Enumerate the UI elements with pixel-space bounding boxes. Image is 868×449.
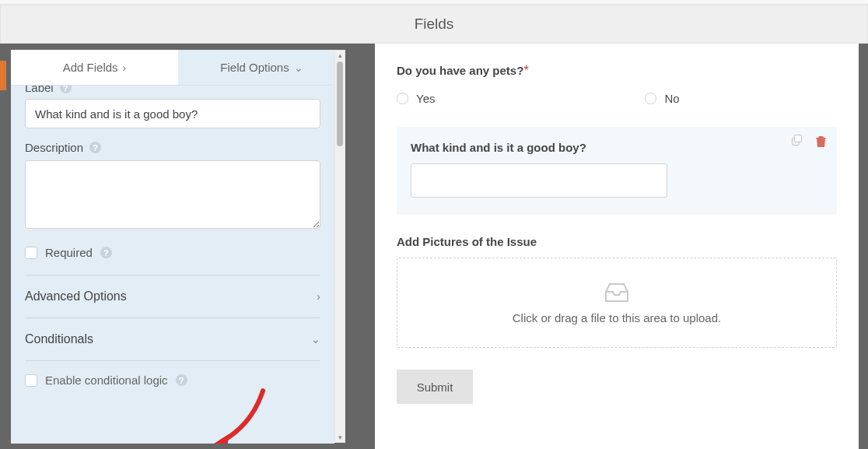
field-options-panel: Label ? Description ? Required ? Advance… [11,86,334,444]
required-row: Required ? [25,246,320,259]
page-title: Fields [415,16,454,33]
main-layout: Add Fields › Field Options ⌄ ▴ ▾ Label ?… [0,44,868,449]
page-header: Fields [0,5,868,44]
radio-option-no[interactable]: No [645,92,679,105]
required-star-icon: * [523,64,528,77]
help-icon[interactable]: ? [176,374,187,386]
description-textarea[interactable] [25,160,320,229]
label-field-caption: Label [25,86,54,94]
radio-icon [645,93,656,104]
tab-field-options-label: Field Options [220,61,289,74]
accordion-advanced-options[interactable]: Advanced Options › [25,275,320,318]
selected-field-input[interactable] [411,163,667,198]
question-label: Do you have any pets? [397,64,523,77]
question-pets: Do you have any pets?* [397,64,837,78]
required-label: Required [45,246,93,259]
enable-conditional-row: Enable conditional logic ? [25,374,320,387]
duplicate-icon[interactable] [792,135,806,149]
svg-marker-0 [212,434,229,444]
sidebar-column: Add Fields › Field Options ⌄ ▴ ▾ Label ?… [0,44,345,449]
selected-field-card[interactable]: What kind and is it a good boy? [397,127,837,215]
form-preview-canvas: Do you have any pets?* Yes No [375,44,859,449]
submit-button[interactable]: Submit [397,370,473,404]
label-input[interactable] [25,99,320,128]
help-icon[interactable]: ? [89,142,101,153]
annotation-arrow-icon [208,386,269,444]
chevron-down-icon: ⌄ [311,333,320,346]
chevron-down-icon: ⌄ [294,61,303,74]
upload-hint-text: Click or drag a file to this area to upl… [513,311,721,324]
tab-field-options[interactable]: Field Options ⌄ [178,50,345,85]
help-icon[interactable]: ? [100,247,112,258]
description-caption: Description [25,141,83,154]
radio-icon [397,93,408,104]
radio-group-pets: Yes No [397,92,837,105]
radio-yes-label: Yes [416,92,435,105]
sidebar-tabs: Add Fields › Field Options ⌄ [11,50,345,86]
radio-option-yes[interactable]: Yes [397,92,435,105]
preview-column: Do you have any pets?* Yes No [345,44,868,449]
chevron-right-icon: › [317,290,320,303]
field-action-icons [792,135,828,149]
radio-no-label: No [664,92,679,105]
scrollbar[interactable]: ▴ ▾ [334,50,345,443]
chevron-right-icon: › [123,61,127,74]
file-upload-dropzone[interactable]: Click or drag a file to this area to upl… [397,258,837,348]
scroll-down-arrow-icon[interactable]: ▾ [335,433,345,442]
accordion-conditionals-label: Conditionals [25,332,93,346]
inbox-icon [604,282,630,303]
help-icon[interactable]: ? [60,86,72,93]
required-checkbox[interactable] [25,247,37,259]
description-row: Description ? [25,141,320,154]
scroll-up-arrow-icon[interactable]: ▴ [335,51,345,60]
upload-field-label: Add Pictures of the Issue [397,235,837,248]
submit-button-label: Submit [417,381,453,394]
enable-conditional-label: Enable conditional logic [45,374,168,387]
trash-icon[interactable] [814,135,828,149]
accordion-advanced-label: Advanced Options [25,289,127,303]
scrollbar-thumb[interactable] [337,61,343,146]
accordion-conditionals[interactable]: Conditionals ⌄ [25,318,320,361]
enable-conditional-checkbox[interactable] [25,374,37,387]
tab-add-fields-label: Add Fields [63,61,118,74]
label-field-row: Label ? [25,86,320,94]
selected-field-label: What kind and is it a good boy? [411,141,823,154]
tab-add-fields[interactable]: Add Fields › [11,50,178,85]
active-menu-indicator [0,61,6,90]
